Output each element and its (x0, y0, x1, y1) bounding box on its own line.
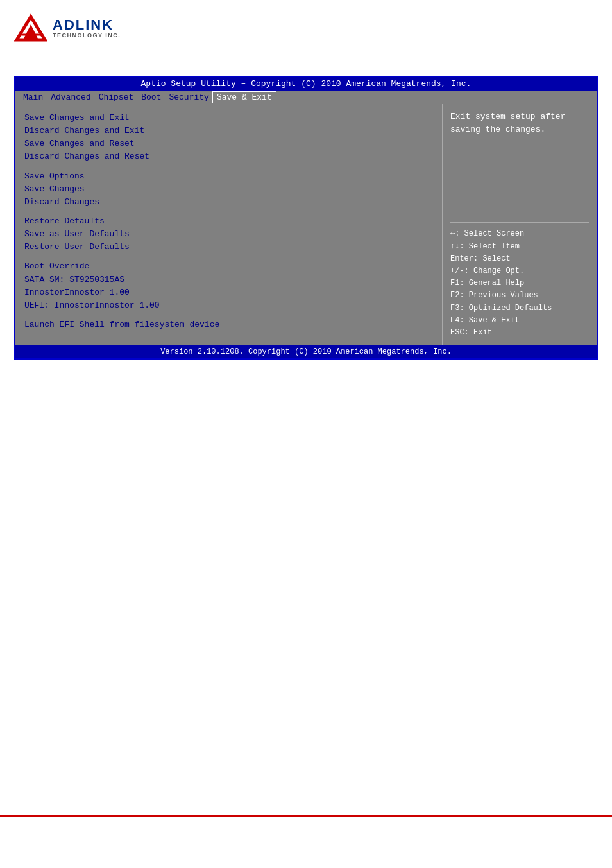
adlink-logo-icon (14, 12, 47, 45)
bios-group-4: Boot Override SATA SM: ST9250315AS Innos… (24, 260, 433, 312)
bios-group-2: Save Options Save Changes Discard Change… (24, 170, 433, 209)
bios-entry-boot-override[interactable]: Boot Override (24, 260, 433, 273)
bios-entry-efi-shell[interactable]: Launch EFI Shell from filesystem device (24, 318, 433, 331)
bios-group-5: Launch EFI Shell from filesystem device (24, 318, 433, 331)
logo-brand: ADLINK (53, 18, 121, 32)
bios-group-1: Save Changes and Exit Discard Changes an… (24, 112, 433, 164)
red-separator-line (0, 815, 612, 817)
bios-entry-save-user-defaults[interactable]: Save as User Defaults (24, 228, 433, 241)
bios-key-enter: Enter: Select (450, 253, 589, 265)
bios-entry-restore-user-defaults[interactable]: Restore User Defaults (24, 241, 433, 254)
logo-subtitle: TECHNOLOGY INC. (53, 32, 121, 39)
bios-entry-save-reset[interactable]: Save Changes and Reset (24, 137, 433, 150)
bios-key-esc: ESC: Exit (450, 327, 589, 339)
bios-entry-restore-defaults[interactable]: Restore Defaults (24, 215, 433, 228)
logo-area: ADLINK TECHNOLOGY INC. (0, 0, 612, 56)
bios-content: Save Changes and Exit Discard Changes an… (15, 104, 597, 345)
bios-title-bar: Aptio Setup Utility – Copyright (C) 2010… (15, 77, 597, 91)
bios-key-select-item: ↑↓: Select Item (450, 241, 589, 253)
bios-key-hints: ↔: Select Screen ↑↓: Select Item Enter: … (450, 228, 589, 339)
bios-key-change-opt: +/-: Change Opt. (450, 265, 589, 277)
bios-menu-chipset[interactable]: Chipset (95, 92, 138, 103)
bios-entry-save-options[interactable]: Save Options (24, 170, 433, 183)
bios-left-panel: Save Changes and Exit Discard Changes an… (15, 104, 443, 345)
bios-entry-uefi-innostor[interactable]: UEFI: InnostorInnostor 1.00 (24, 299, 433, 312)
bios-key-f4: F4: Save & Exit (450, 315, 589, 327)
bios-entry-sata[interactable]: SATA SM: ST9250315AS (24, 273, 433, 286)
bios-menu-main[interactable]: Main (19, 92, 47, 103)
bios-entry-discard-reset[interactable]: Discard Changes and Reset (24, 150, 433, 163)
bios-key-f3: F3: Optimized Defaults (450, 302, 589, 315)
bios-key-f2: F2: Previous Values (450, 290, 589, 302)
bios-group-3: Restore Defaults Save as User Defaults R… (24, 215, 433, 254)
bios-key-f1: F1: General Help (450, 277, 589, 290)
logo-box: ADLINK TECHNOLOGY INC. (14, 12, 121, 45)
bios-entry-discard-changes[interactable]: Discard Changes (24, 196, 433, 209)
bios-menu-boot[interactable]: Boot (137, 92, 165, 103)
bios-entry-innostor[interactable]: InnostorInnostor 1.00 (24, 286, 433, 299)
bios-menu-bar: Main Advanced Chipset Boot Security Save… (15, 91, 597, 104)
bios-entry-save-changes[interactable]: Save Changes (24, 183, 433, 196)
bios-menu-advanced[interactable]: Advanced (47, 92, 94, 103)
bios-right-panel: Exit system setup after saving the chang… (443, 104, 597, 345)
bios-entry-save-exit[interactable]: Save Changes and Exit (24, 112, 433, 125)
bios-menu-security[interactable]: Security (165, 92, 212, 103)
bios-footer: Version 2.10.1208. Copyright (C) 2010 Am… (15, 345, 597, 358)
bios-entry-discard-exit[interactable]: Discard Changes and Exit (24, 125, 433, 137)
bios-container: Aptio Setup Utility – Copyright (C) 2010… (14, 76, 598, 360)
bios-keys-divider (450, 222, 589, 223)
bios-key-select-screen: ↔: Select Screen (450, 228, 589, 240)
logo-text-block: ADLINK TECHNOLOGY INC. (53, 18, 121, 39)
bios-help-text: Exit system setup after saving the chang… (450, 110, 589, 217)
bios-menu-save-exit[interactable]: Save & Exit (213, 92, 276, 103)
